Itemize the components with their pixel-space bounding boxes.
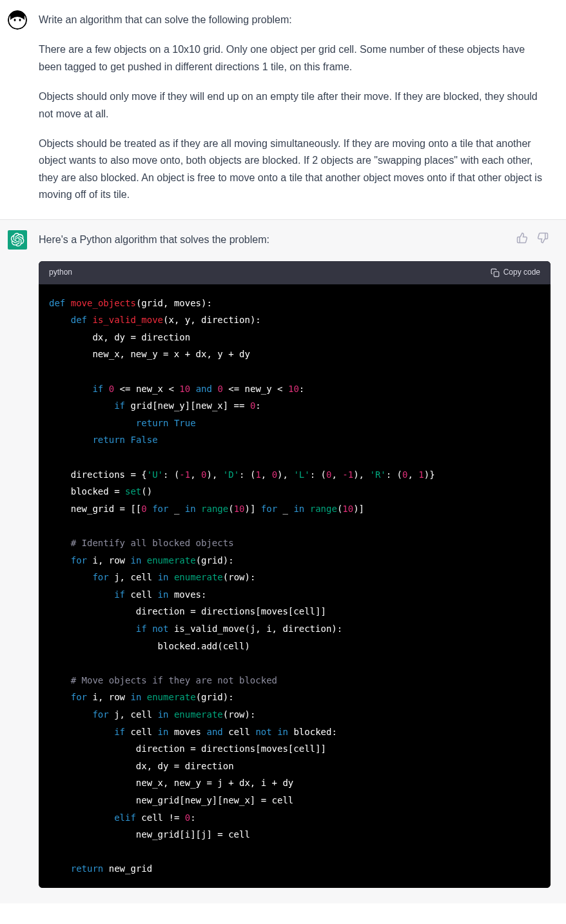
feedback-buttons bbox=[514, 230, 551, 246]
copy-code-button[interactable]: Copy code bbox=[491, 266, 540, 279]
user-paragraph-3: Objects should only move if they will en… bbox=[39, 88, 551, 123]
user-message-content: Write an algorithm that can solve the fo… bbox=[39, 10, 551, 204]
user-avatar bbox=[8, 10, 27, 30]
code-block: python Copy code def move_objects(grid, … bbox=[39, 261, 551, 888]
copy-code-label: Copy code bbox=[503, 266, 540, 279]
thumbs-down-icon bbox=[537, 232, 549, 244]
thumbs-down-button[interactable] bbox=[535, 230, 551, 246]
user-message: Write an algorithm that can solve the fo… bbox=[0, 0, 566, 219]
svg-rect-4 bbox=[494, 271, 499, 277]
assistant-intro: Here's a Python algorithm that solves th… bbox=[39, 231, 551, 248]
user-paragraph-4: Objects should be treated as if they are… bbox=[39, 135, 551, 204]
svg-point-3 bbox=[19, 19, 21, 21]
assistant-message: Here's a Python algorithm that solves th… bbox=[0, 219, 566, 903]
code-language-label: python bbox=[49, 266, 72, 279]
thumbs-up-icon bbox=[516, 232, 528, 244]
svg-point-2 bbox=[14, 19, 16, 21]
thumbs-up-button[interactable] bbox=[514, 230, 530, 246]
user-paragraph-2: There are a few objects on a 10x10 grid.… bbox=[39, 41, 551, 75]
code-header: python Copy code bbox=[39, 261, 551, 284]
clipboard-icon bbox=[491, 268, 500, 277]
assistant-avatar bbox=[8, 230, 27, 250]
user-paragraph-1: Write an algorithm that can solve the fo… bbox=[39, 12, 551, 28]
assistant-message-content: Here's a Python algorithm that solves th… bbox=[39, 230, 551, 888]
code-content: def move_objects(grid, moves): def is_va… bbox=[39, 284, 551, 888]
